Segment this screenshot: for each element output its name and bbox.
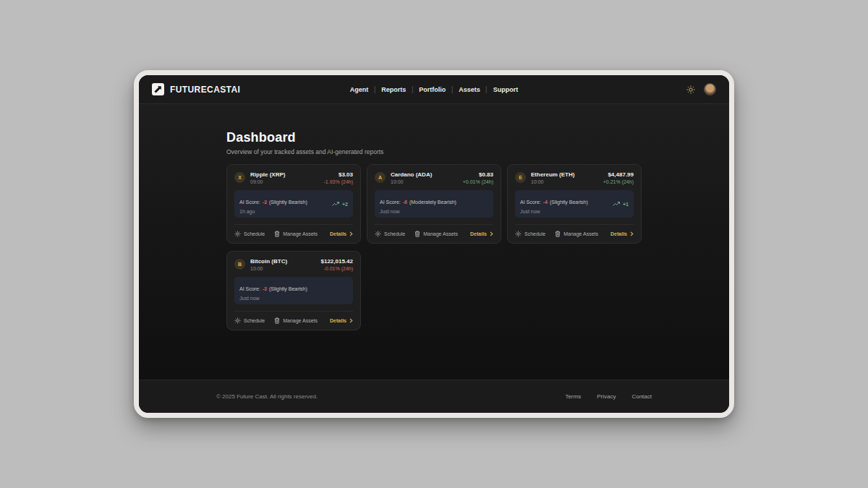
- ai-updated-time: Just now: [239, 296, 307, 301]
- details-label: Details: [610, 231, 627, 236]
- ai-score-label: AI Score:: [380, 200, 401, 205]
- gear-icon: [515, 231, 522, 237]
- card-actions: Schedule Manage Assets Details: [234, 231, 353, 237]
- gear-icon: [234, 231, 241, 237]
- copyright-text: © 2025 Future Cast. All rights reserved.: [216, 393, 318, 400]
- manage-assets-label: Manage Assets: [283, 231, 318, 236]
- schedule-label: Schedule: [384, 231, 405, 236]
- asset-time: 09:00: [250, 179, 319, 184]
- ai-score-value: -3: [263, 286, 267, 291]
- theme-toggle-button[interactable]: [686, 85, 696, 95]
- manage-assets-button[interactable]: Manage Assets: [414, 231, 458, 237]
- asset-card: A Cardano (ADA) 10:00 $0.83 +0.01% (24h)…: [367, 164, 501, 244]
- asset-price: $0.83: [463, 171, 493, 178]
- details-button[interactable]: Details: [330, 318, 353, 323]
- nav-item[interactable]: Portfolio: [412, 86, 452, 93]
- asset-symbol-badge: B: [234, 259, 245, 270]
- asset-name: Cardano (ADA): [391, 171, 458, 178]
- schedule-label: Schedule: [244, 318, 265, 323]
- nav-item[interactable]: Support: [487, 86, 525, 93]
- trend-value: +1: [623, 202, 629, 207]
- price-change: +0.21% (24h): [603, 179, 634, 184]
- ai-score-sentiment: (Slightly Bearish): [269, 286, 307, 291]
- header-right: [686, 83, 716, 95]
- schedule-button[interactable]: Schedule: [375, 231, 405, 237]
- asset-name: Bitcoin (BTC): [250, 258, 316, 265]
- trend-badge: +1: [613, 201, 629, 207]
- trending-up-icon: [613, 201, 621, 207]
- asset-name: Ethereum (ETH): [531, 171, 598, 178]
- chevron-right-icon: [349, 318, 353, 323]
- asset-symbol-badge: E: [515, 172, 526, 183]
- manage-assets-label: Manage Assets: [423, 231, 458, 236]
- ai-score-label: AI Score:: [520, 200, 541, 205]
- nav-list: Agent Reports Portfolio Assets Support: [344, 86, 525, 93]
- chevron-right-icon: [630, 231, 634, 236]
- card-divider: [515, 224, 634, 225]
- nav-item[interactable]: Reports: [375, 86, 412, 93]
- chevron-right-icon: [349, 231, 353, 236]
- card-head: A Cardano (ADA) 10:00 $0.83 +0.01% (24h): [375, 171, 493, 184]
- nav-item[interactable]: Agent: [344, 86, 375, 93]
- card-divider: [375, 224, 493, 225]
- ai-score-sentiment: (Slightly Bearish): [269, 200, 307, 205]
- schedule-button[interactable]: Schedule: [515, 231, 545, 237]
- asset-price: $122,015.42: [321, 258, 354, 265]
- app-header: FUTURECASTAI Agent Reports Portfolio Ass…: [139, 75, 729, 104]
- ai-score-value: -4: [543, 200, 548, 205]
- manage-assets-button[interactable]: Manage Assets: [555, 231, 598, 237]
- app-footer: © 2025 Future Cast. All rights reserved.…: [139, 380, 729, 413]
- footer-links: Terms Privacy Contact: [565, 393, 652, 400]
- card-head: X Ripple (XRP) 09:00 $3.03 -1.93% (24h): [234, 171, 353, 184]
- ai-score-value: -6: [403, 200, 407, 205]
- card-actions: Schedule Manage Assets Details: [515, 231, 634, 237]
- schedule-label: Schedule: [524, 231, 545, 236]
- sun-icon: [686, 85, 695, 94]
- asset-time: 10:00: [391, 179, 458, 184]
- trend-value: +2: [342, 202, 348, 207]
- manage-assets-label: Manage Assets: [283, 318, 318, 323]
- card-actions: Schedule Manage Assets Details: [234, 317, 353, 324]
- user-avatar[interactable]: [704, 83, 716, 95]
- ai-updated-time: Just now: [520, 209, 588, 214]
- details-label: Details: [330, 231, 346, 236]
- details-button[interactable]: Details: [330, 231, 353, 236]
- trash-icon: [414, 231, 420, 237]
- main-nav: Agent Reports Portfolio Assets Support: [344, 86, 525, 93]
- ai-score-panel: AI Score: -3 (Slightly Bearish) Just now: [234, 277, 353, 304]
- trash-icon: [274, 231, 280, 237]
- price-change: -1.93% (24h): [324, 179, 353, 184]
- ai-score-panel: AI Score: -6 (Moderately Bearish) Just n…: [375, 190, 493, 218]
- details-button[interactable]: Details: [470, 231, 493, 236]
- manage-assets-label: Manage Assets: [563, 231, 598, 236]
- manage-assets-button[interactable]: Manage Assets: [274, 231, 318, 237]
- asset-price: $4,487.99: [603, 171, 634, 178]
- ai-updated-time: 1h ago: [239, 209, 307, 214]
- ai-score-label: AI Score:: [239, 200, 260, 205]
- price-change: -0.01% (24h): [321, 266, 354, 271]
- ai-score-label: AI Score:: [239, 286, 260, 291]
- trash-icon: [555, 231, 561, 237]
- footer-link[interactable]: Terms: [565, 393, 581, 400]
- details-button[interactable]: Details: [610, 231, 634, 236]
- ai-score-panel: AI Score: -3 (Slightly Bearish) 1h ago +…: [234, 190, 353, 218]
- footer-link[interactable]: Contact: [631, 393, 652, 400]
- card-divider: [234, 224, 353, 225]
- cards-grid: X Ripple (XRP) 09:00 $3.03 -1.93% (24h) …: [226, 164, 642, 330]
- schedule-button[interactable]: Schedule: [234, 317, 265, 324]
- schedule-button[interactable]: Schedule: [234, 231, 265, 237]
- asset-symbol-badge: X: [234, 172, 245, 183]
- schedule-label: Schedule: [244, 231, 265, 236]
- nav-item[interactable]: Assets: [452, 86, 487, 93]
- brand-logo-icon: [152, 83, 164, 95]
- asset-card: X Ripple (XRP) 09:00 $3.03 -1.93% (24h) …: [226, 164, 361, 244]
- manage-assets-button[interactable]: Manage Assets: [274, 317, 318, 324]
- footer-link[interactable]: Privacy: [597, 393, 616, 400]
- asset-name: Ripple (XRP): [250, 171, 319, 178]
- ai-updated-time: Just now: [380, 209, 456, 214]
- ai-score-panel: AI Score: -4 (Slightly Bearish) Just now…: [515, 190, 634, 218]
- asset-symbol-badge: A: [375, 172, 386, 183]
- ai-score-sentiment: (Moderately Bearish): [409, 200, 456, 205]
- card-actions: Schedule Manage Assets Details: [375, 231, 493, 237]
- asset-time: 10:00: [531, 179, 598, 184]
